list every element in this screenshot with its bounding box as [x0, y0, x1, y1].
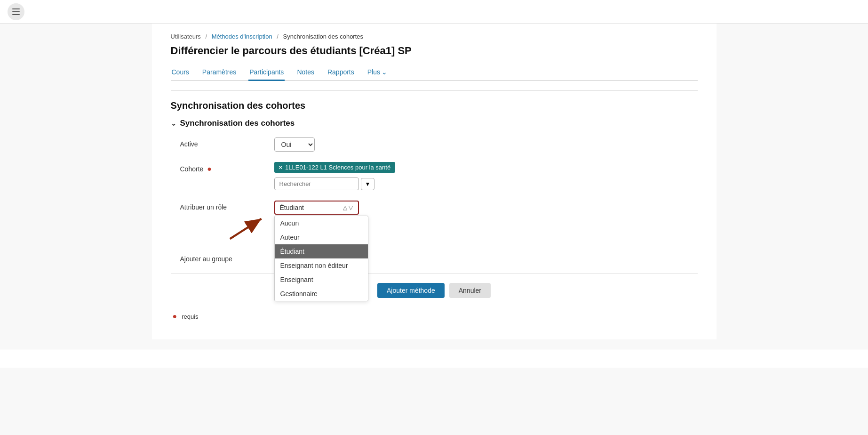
- top-bar: [0, 0, 868, 24]
- section-title: Synchronisation des cohortes: [171, 100, 698, 111]
- search-row: ▼: [274, 177, 510, 190]
- role-select-display[interactable]: Étudiant △ ▽: [274, 201, 359, 215]
- required-icon-cohorte: ●: [207, 165, 212, 173]
- role-label: Attribuer un rôle: [180, 201, 274, 211]
- group-label: Ajouter au groupe: [180, 252, 274, 263]
- hamburger-line: [12, 8, 20, 9]
- role-option-aucun[interactable]: Aucun: [275, 216, 368, 230]
- cohort-tag-text: 1LLE01-122 L1 Sciences pour la santé: [285, 164, 390, 171]
- role-dropdown-list: Aucun Auteur Étudiant Enseignant non édi…: [274, 216, 368, 301]
- group-row: Ajouter au groupe: [171, 252, 698, 263]
- subsection: ⌄ Synchronisation des cohortes Active Ou…: [171, 119, 698, 263]
- cohorte-tag-row: × 1LLE01-122 L1 Sciences pour la santé: [274, 162, 510, 176]
- breadcrumb-utilisateurs[interactable]: Utilisateurs: [171, 33, 201, 40]
- tab-cours[interactable]: Cours: [171, 64, 190, 81]
- tabs-nav: Cours Paramètres Participants Notes Rapp…: [171, 64, 698, 81]
- breadcrumb-current: Synchronisation des cohortes: [283, 33, 364, 40]
- role-selected-label: Étudiant: [280, 204, 304, 211]
- search-input[interactable]: [274, 177, 359, 190]
- search-dropdown-btn[interactable]: ▼: [361, 178, 375, 190]
- form-buttons: Ajouter méthode Annuler: [171, 273, 698, 307]
- required-notice: ● requis: [171, 312, 698, 321]
- role-row: Attribuer un rôle Étudiant △ ▽: [171, 201, 698, 215]
- tab-plus[interactable]: Plus ⌄: [366, 64, 388, 81]
- tab-participants[interactable]: Participants: [248, 64, 285, 81]
- cohorte-row: Cohorte ● × 1LLE01-122 L1 Sciences pour …: [171, 162, 698, 190]
- bottom-bar: [0, 349, 868, 368]
- role-option-etudiant[interactable]: Étudiant: [275, 244, 368, 258]
- page-title: Différencier le parcours des étudiants […: [171, 45, 698, 57]
- subsection-title: Synchronisation des cohortes: [180, 119, 295, 128]
- cancel-button[interactable]: Annuler: [449, 283, 491, 298]
- section-divider: [171, 90, 698, 91]
- role-field: Étudiant △ ▽ Aucun Auteur Étudiant Ensei…: [274, 201, 510, 215]
- menu-button[interactable]: [8, 3, 24, 20]
- breadcrumb-sep-1: /: [205, 33, 207, 40]
- tab-rapports[interactable]: Rapports: [326, 64, 355, 81]
- breadcrumb-sep-2: /: [277, 33, 279, 40]
- hamburger-line: [12, 14, 20, 15]
- subsection-header[interactable]: ⌄ Synchronisation des cohortes: [171, 119, 698, 128]
- submit-button[interactable]: Ajouter méthode: [377, 283, 445, 298]
- role-dropdown-arrow: △ ▽: [343, 204, 353, 211]
- cohort-tag: × 1LLE01-122 L1 Sciences pour la santé: [274, 162, 396, 173]
- active-label: Active: [180, 137, 274, 148]
- required-notice-text: requis: [182, 313, 198, 320]
- arrow-annotation: [223, 215, 270, 243]
- cohort-tag-remove[interactable]: ×: [279, 164, 283, 171]
- required-notice-icon: ●: [173, 312, 177, 321]
- hamburger-line: [12, 11, 20, 12]
- main-content: Utilisateurs / Méthodes d'inscription / …: [152, 24, 717, 339]
- tab-parametres[interactable]: Paramètres: [201, 64, 237, 81]
- breadcrumb-methodes[interactable]: Méthodes d'inscription: [212, 33, 272, 40]
- role-option-enseignant-non-editeur[interactable]: Enseignant non éditeur: [275, 258, 368, 273]
- active-field: Oui Non: [274, 137, 510, 152]
- role-option-enseignant[interactable]: Enseignant: [275, 273, 368, 287]
- cohorte-field: × 1LLE01-122 L1 Sciences pour la santé ▼: [274, 162, 510, 190]
- tab-plus-label: Plus: [367, 68, 380, 76]
- breadcrumb: Utilisateurs / Méthodes d'inscription / …: [171, 33, 698, 40]
- role-option-auteur[interactable]: Auteur: [275, 230, 368, 244]
- cohorte-label: Cohorte ●: [180, 162, 274, 173]
- chevron-down-icon: ⌄: [382, 68, 387, 76]
- active-select[interactable]: Oui Non: [274, 137, 315, 152]
- active-row: Active Oui Non: [171, 137, 698, 152]
- role-select-wrapper: Étudiant △ ▽ Aucun Auteur Étudiant Ensei…: [274, 201, 359, 215]
- collapse-icon: ⌄: [171, 120, 176, 127]
- role-option-gestionnaire[interactable]: Gestionnaire: [275, 287, 368, 301]
- tab-notes[interactable]: Notes: [296, 64, 315, 81]
- svg-line-1: [230, 219, 261, 239]
